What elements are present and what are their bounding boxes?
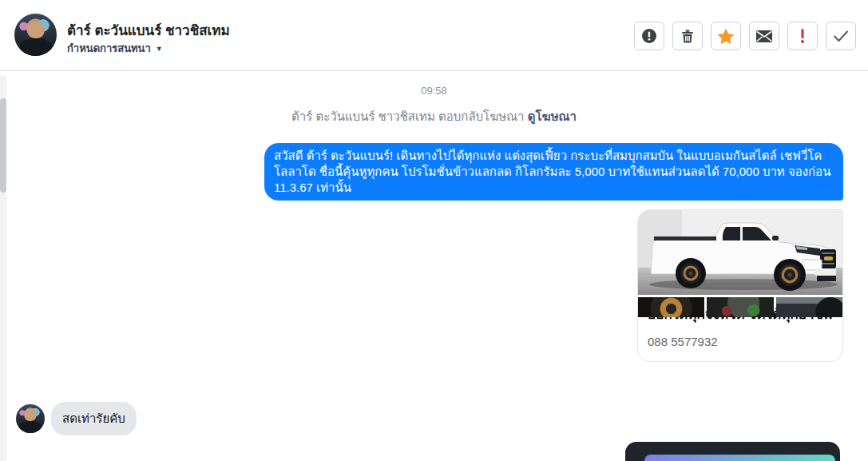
caret-down-icon: ▼ xyxy=(156,45,163,53)
mark-important-button[interactable] xyxy=(787,22,818,50)
exclamation-icon xyxy=(799,28,806,44)
view-ad-link[interactable]: ดูโฆษณา xyxy=(528,109,577,123)
header-actions xyxy=(634,22,856,50)
follow-up-button[interactable] xyxy=(711,22,741,50)
photo-thumbnails xyxy=(638,297,842,317)
star-icon xyxy=(717,28,735,45)
conversation-header: ต้าร์ ตะวันแบนร์ ชาวชิสเทม กำหนดการสนทนา… xyxy=(0,0,868,71)
message-thread: 09:58 ต้าร์ ตะวันแบนร์ ชาวชิสเทม ตอบกลับ… xyxy=(0,72,868,461)
engine-thumbnail[interactable] xyxy=(707,297,773,317)
contact-name: ต้าร์ ตะวันแบนร์ ชาวชิสเทม xyxy=(67,19,230,41)
scrollbar-track xyxy=(0,76,6,461)
report-button[interactable] xyxy=(634,22,664,50)
video-attachment-card[interactable] xyxy=(625,442,840,461)
incoming-message-bubble: สดเท่ารัยคับ xyxy=(51,402,137,435)
interior-thumbnail[interactable] xyxy=(776,297,842,317)
timestamp: 09:58 xyxy=(0,85,868,97)
conversation-menu-label: กำหนดการสนทนา xyxy=(67,40,151,57)
mark-unread-button[interactable] xyxy=(749,22,779,50)
avatar[interactable] xyxy=(16,404,45,433)
attachment-card[interactable]: ออกได้ทุกจังหวัด จัดได้ทุกอาชีพ 088 5577… xyxy=(637,209,843,362)
video-thumbnail xyxy=(644,455,835,461)
incoming-message-row: สดเท่ารัยคับ xyxy=(16,402,137,435)
reply-context-text: ต้าร์ ตะวันแบนร์ ชาวชิสเทม ตอบกลับโฆษณา xyxy=(291,109,528,123)
mark-done-button[interactable] xyxy=(826,22,856,50)
card-phone-number: 088 5577932 xyxy=(648,335,833,348)
reply-context: ต้าร์ ตะวันแบนร์ ชาวชิสเทม ตอบกลับโฆษณา … xyxy=(0,107,868,126)
alert-circle-icon xyxy=(641,28,657,44)
trash-icon xyxy=(680,29,695,44)
avatar-photo xyxy=(26,22,44,38)
avatar-photo xyxy=(24,409,36,420)
mail-icon xyxy=(756,30,772,42)
avatar[interactable] xyxy=(14,14,57,56)
truck-photo[interactable] xyxy=(638,210,842,295)
wheel-thumbnail[interactable] xyxy=(638,297,704,317)
conversation-menu[interactable]: กำหนดการสนทนา ▼ xyxy=(67,40,163,57)
outgoing-message-bubble: สวัสดี ต้าร์ ตะวันแบนร์! เดินทางไปได้ทุก… xyxy=(264,143,843,201)
delete-button[interactable] xyxy=(672,22,703,50)
check-icon xyxy=(833,30,849,42)
